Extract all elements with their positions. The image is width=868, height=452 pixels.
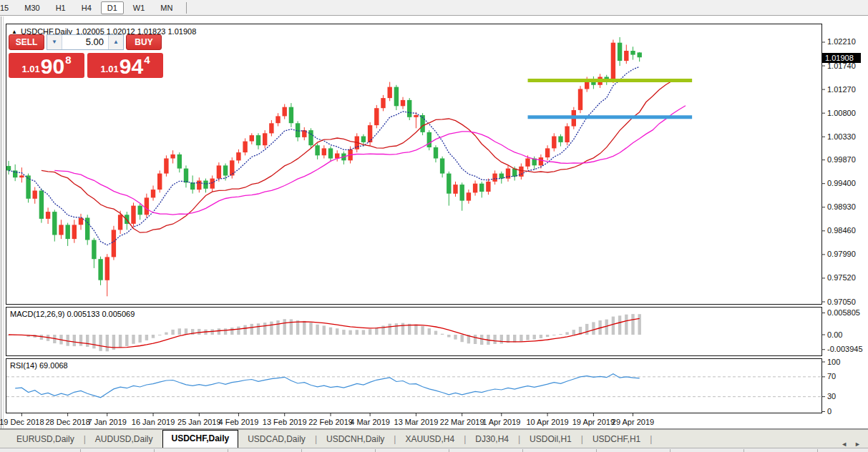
macd-histogram-bar bbox=[243, 325, 246, 335]
status-strip-notch bbox=[154, 449, 155, 452]
candle-body bbox=[157, 174, 162, 190]
trading-platform-window: 15M30H1H4D1W1MN 1.022101.017401.012701.0… bbox=[0, 0, 868, 452]
volume-input[interactable]: 5.00 bbox=[62, 35, 108, 49]
macd-histogram-bar bbox=[185, 328, 187, 335]
chart-tab-usdcnh-daily[interactable]: USDCNH,Daily bbox=[317, 431, 394, 448]
candle-body bbox=[447, 174, 451, 194]
macd-histogram-bar bbox=[461, 335, 464, 342]
candle-body bbox=[499, 174, 504, 179]
chart-tab-eurusd-daily[interactable]: EURUSD,Daily bbox=[7, 431, 84, 448]
volume-decrease-icon[interactable]: ▼ bbox=[47, 35, 62, 49]
macd-histogram-bar bbox=[375, 328, 378, 335]
macd-histogram-bar bbox=[513, 335, 516, 343]
candle-body bbox=[479, 184, 484, 192]
candle-body bbox=[203, 181, 208, 189]
candle-body bbox=[525, 159, 530, 167]
candle-body bbox=[578, 89, 582, 109]
chart-tab-usdchf-h1[interactable]: USDCHF,H1 bbox=[583, 431, 650, 448]
macd-histogram-bar bbox=[92, 335, 95, 348]
candle-body bbox=[92, 240, 96, 260]
macd-histogram-bar bbox=[336, 328, 338, 335]
macd-histogram-bar bbox=[158, 335, 161, 335]
chart-tab-xauusd-h4[interactable]: XAUUSD,H4 bbox=[396, 431, 464, 448]
macd-histogram-bar bbox=[40, 335, 43, 340]
candle-body bbox=[46, 212, 50, 219]
candle-body bbox=[611, 43, 615, 81]
chart-tab-usdoil-h1[interactable]: USDOil,H1 bbox=[520, 431, 581, 448]
sell-price-panel[interactable]: 1.01 90 8 bbox=[9, 53, 84, 78]
macd-histogram-bar bbox=[257, 323, 260, 335]
volume-increase-icon[interactable]: ▲ bbox=[108, 35, 123, 49]
sell-button[interactable]: SELL bbox=[9, 34, 44, 50]
macd-histogram-bar bbox=[165, 333, 167, 335]
sell-price-small: 1.01 bbox=[21, 64, 39, 74]
chart-tab-audusd-daily[interactable]: AUDUSD,Daily bbox=[86, 431, 162, 448]
candle-body bbox=[381, 98, 385, 108]
candle-body bbox=[217, 165, 221, 178]
candle-body bbox=[184, 169, 188, 183]
candle-body bbox=[414, 115, 418, 117]
macd-histogram-bar bbox=[178, 328, 181, 335]
macd-histogram-bar bbox=[434, 331, 437, 335]
macd-histogram-bar bbox=[638, 314, 641, 335]
sell-price-big: 90 bbox=[41, 56, 64, 77]
candle-body bbox=[210, 179, 215, 189]
rsi-line bbox=[15, 374, 640, 398]
candle-body bbox=[624, 51, 628, 61]
chart-tab-dj30-h4[interactable]: DJ30,H4 bbox=[466, 431, 518, 448]
rsi-indicator-label: RSI(14) 69.0068 bbox=[10, 361, 68, 370]
tab-scroll-left-icon[interactable]: ◄ bbox=[841, 441, 847, 448]
candle-body bbox=[394, 87, 399, 107]
candle-body bbox=[401, 100, 405, 106]
buy-button[interactable]: BUY bbox=[126, 34, 162, 50]
macd-histogram-bar bbox=[309, 323, 312, 335]
chart-tab-usdchf-daily[interactable]: USDCHF,Daily bbox=[162, 430, 239, 448]
macd-histogram-bar bbox=[389, 324, 391, 335]
candle-body bbox=[98, 259, 102, 280]
candle-body bbox=[170, 154, 175, 159]
macd-histogram-bar bbox=[132, 335, 135, 344]
candle-body bbox=[72, 225, 77, 239]
macd-histogram-bar bbox=[263, 323, 266, 335]
macd-histogram-bar bbox=[152, 335, 155, 338]
macd-histogram-bar bbox=[526, 335, 529, 340]
status-strip-notch bbox=[228, 449, 228, 452]
candle-body bbox=[361, 137, 366, 142]
macd-histogram-bar bbox=[474, 335, 477, 344]
candle-body bbox=[322, 148, 326, 155]
buy-price-panel[interactable]: 1.01 94 4 bbox=[87, 53, 163, 78]
candle-body bbox=[269, 123, 273, 133]
candle-body bbox=[328, 148, 333, 158]
macd-histogram-bar bbox=[237, 327, 240, 335]
candle-body bbox=[6, 166, 11, 170]
status-strip-notch bbox=[670, 449, 670, 452]
chart-tab-usdcad-daily[interactable]: USDCAD,Daily bbox=[238, 431, 315, 448]
macd-histogram-bar bbox=[218, 328, 220, 335]
tab-scroll-right-icon[interactable]: ► bbox=[854, 441, 861, 448]
macd-histogram-bar bbox=[454, 335, 457, 340]
tab-scroll-arrows: ◄ ► bbox=[841, 441, 861, 448]
volume-stepper: ▼ 5.00 ▲ bbox=[47, 34, 124, 50]
candle-body bbox=[39, 191, 44, 219]
macd-histogram-bar bbox=[369, 329, 371, 335]
candle-body bbox=[289, 107, 293, 124]
macd-histogram-bar bbox=[323, 325, 326, 335]
status-strip-notch bbox=[743, 449, 744, 452]
macd-histogram-bar bbox=[171, 330, 174, 335]
candle-body bbox=[434, 147, 438, 159]
macd-histogram-bar bbox=[224, 328, 227, 335]
candle-body bbox=[190, 182, 195, 190]
candle-body bbox=[145, 197, 149, 215]
candle-body bbox=[112, 230, 116, 257]
candle-body bbox=[558, 137, 562, 142]
macd-histogram-bar bbox=[296, 320, 299, 335]
macd-histogram-bar bbox=[625, 315, 628, 335]
candle-body bbox=[223, 165, 228, 175]
candle-body bbox=[79, 218, 83, 225]
candle-body bbox=[131, 206, 135, 224]
candle-body bbox=[545, 148, 550, 157]
candle-body bbox=[59, 225, 63, 235]
macd-histogram-bar bbox=[342, 330, 345, 335]
macd-histogram-bar bbox=[592, 322, 595, 335]
macd-histogram-bar bbox=[428, 328, 431, 335]
